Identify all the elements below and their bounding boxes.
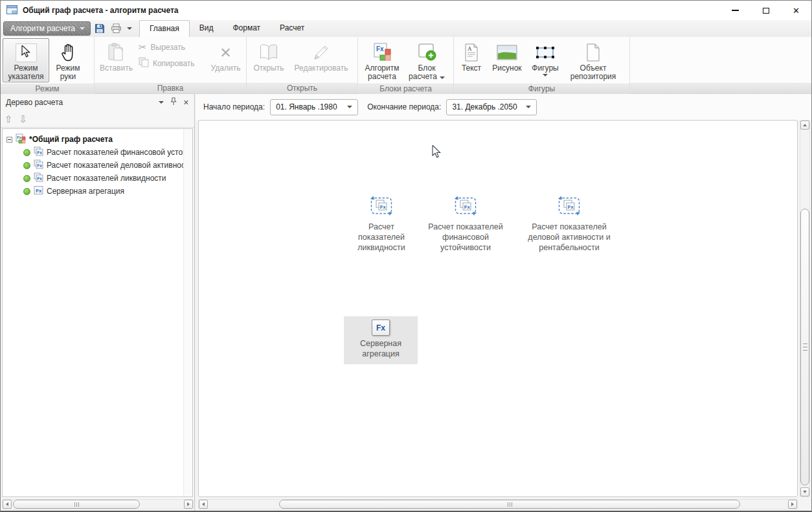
main-area: Дерево расчета ✕ ⇧ ⇩ F [1, 94, 811, 511]
save-button[interactable] [93, 21, 107, 36]
edit-button[interactable]: Редактировать [289, 38, 354, 74]
scroll-up-button[interactable] [800, 121, 809, 130]
pointer-cursor-icon [16, 43, 37, 62]
node-business-activity[interactable]: Fx Расчет показателей деловой активности… [524, 195, 615, 253]
scroll-right-icon [187, 502, 190, 506]
tree-item[interactable]: Fx Серверная агрегация [6, 185, 192, 198]
pointer-mode-button[interactable]: Режим указателя [3, 38, 49, 82]
calc-block-button[interactable]: Блок расчета [404, 38, 449, 82]
tree-panel-header: Дерево расчета ✕ [1, 94, 194, 111]
title-bar: Общий граф расчета - алгоритм расчета ✕ [1, 1, 811, 20]
scroll-right-icon [791, 502, 794, 506]
period-end-dropdown[interactable]: 31. Декабрь .2050 [446, 99, 537, 115]
calc-block-icon [416, 41, 437, 64]
scroll-right-button[interactable] [184, 500, 193, 509]
print-button[interactable] [109, 21, 123, 36]
svg-text:Fx: Fx [37, 150, 42, 155]
panel-close-icon[interactable]: ✕ [183, 99, 189, 107]
canvas-vertical-scrollbar[interactable] [800, 120, 810, 497]
period-end-value: 31. Декабрь .2050 [452, 102, 517, 111]
hand-mode-button[interactable]: Режим руки [49, 38, 87, 82]
tree-root-label: *Общий граф расчета [29, 135, 113, 144]
node-server-aggregation[interactable]: Fx Серверная агрегация [344, 316, 418, 364]
chevron-down-icon [440, 76, 445, 79]
shapes-icon [535, 41, 556, 64]
text-button[interactable]: A Текст [456, 38, 487, 74]
calc-algorithm-icon: Fx [372, 41, 392, 64]
scroll-thumb[interactable] [800, 209, 809, 485]
calc-block-pages-icon: Fx [34, 159, 43, 171]
open-button[interactable]: Открыть [249, 38, 289, 74]
graph-canvas[interactable]: Fx Расчет показателей ликвидности Fx Рас… [198, 120, 798, 497]
tab-vid[interactable]: Вид [190, 20, 223, 37]
close-button[interactable]: ✕ [781, 1, 811, 20]
picture-icon [497, 41, 517, 64]
pencil-icon [312, 41, 330, 64]
move-up-icon[interactable]: ⇧ [5, 113, 13, 125]
maximize-button[interactable] [750, 1, 781, 20]
scroll-thumb[interactable] [13, 500, 140, 509]
tree-horizontal-scrollbar[interactable] [2, 499, 194, 509]
scroll-left-button[interactable] [199, 500, 208, 509]
node-financial-stability[interactable]: Fx Расчет показателей финансовой устойчи… [424, 195, 507, 253]
app-window: Общий граф расчета - алгоритм расчета ✕ … [0, 0, 812, 512]
calc-block-pages-icon: Fx [34, 172, 43, 184]
tree-panel-title: Дерево расчета [6, 98, 63, 107]
scroll-down-button[interactable] [800, 487, 809, 496]
paste-button[interactable]: Вставить [96, 38, 136, 74]
node-liquidity[interactable]: Fx Расчет показателей ликвидности [350, 195, 412, 253]
scroll-right-button[interactable] [788, 500, 797, 509]
chevron-down-icon [347, 106, 352, 108]
period-start-value: 01. Январь .1980 [276, 102, 337, 111]
delete-x-icon: ✕ [220, 49, 231, 57]
ribbon-group-edit: Вставить ✂ Вырезать Копировать ✕ [95, 37, 247, 93]
tree-root-row[interactable]: Fx *Общий граф расчета [6, 133, 192, 146]
move-down-icon[interactable]: ⇩ [19, 113, 28, 125]
close-icon: ✕ [793, 6, 800, 16]
picture-button[interactable]: Рисунок [487, 38, 527, 74]
node-label: Расчет показателей ликвидности [350, 222, 412, 253]
app-menu-button[interactable]: Алгоритм расчета [3, 21, 91, 36]
tree-content: Fx *Общий граф расчета Fx Расчет показат… [2, 128, 193, 497]
svg-text:Fx: Fx [37, 163, 42, 168]
tree-toolbar: ⇧ ⇩ [1, 111, 194, 128]
scroll-down-icon [803, 491, 807, 493]
chevron-down-icon [80, 27, 85, 30]
pin-icon[interactable] [170, 97, 177, 108]
tree-item[interactable]: Fx Расчет показателей ликвидности [6, 172, 192, 185]
fx-icon: Fx [34, 185, 43, 197]
period-start-dropdown[interactable]: 01. Январь .1980 [270, 99, 358, 115]
quick-access-dropdown-button[interactable] [125, 21, 134, 36]
ribbon-group-open: Открыть Редактировать Открыть [247, 37, 358, 93]
calc-block-cycle-icon: Fx [453, 195, 478, 218]
collapse-icon[interactable] [6, 137, 12, 143]
node-label: Расчет показателей деловой активности и … [524, 222, 615, 253]
cut-button[interactable]: ✂ Вырезать [139, 42, 205, 52]
node-label: Серверная агрегация [344, 338, 418, 359]
panel-menu-icon[interactable] [159, 101, 164, 104]
fx-icon: Fx [372, 320, 390, 336]
window-title: Общий граф расчета - алгоритм расчета [23, 6, 179, 15]
shapes-button[interactable]: Фигуры [527, 38, 563, 78]
scissors-icon: ✂ [139, 42, 147, 52]
scroll-left-icon [202, 502, 205, 506]
canvas-horizontal-scrollbar[interactable] [198, 499, 798, 509]
tab-raschet[interactable]: Расчет [270, 20, 314, 37]
repository-object-button[interactable]: Объект репозитория [563, 38, 623, 82]
copy-button[interactable]: Копировать [139, 57, 205, 70]
delete-button[interactable]: ✕ Удалить [207, 38, 244, 74]
tree-item[interactable]: Fx Расчет показателей финансовой устойчи… [6, 146, 192, 159]
minimize-button[interactable] [720, 1, 750, 20]
ribbon-group-calc-blocks: Fx Алгоритм расчета Блок расчета Блоки р… [358, 37, 454, 93]
tab-format[interactable]: Формат [223, 20, 270, 37]
calc-algorithm-button[interactable]: Fx Алгоритм расчета [360, 38, 404, 82]
group-label-mode: Режим [1, 84, 94, 94]
tree-item[interactable]: Fx Расчет показателей деловой активности… [6, 159, 192, 172]
tree-vertical-scrollbar[interactable] [183, 129, 192, 496]
scroll-left-button[interactable] [3, 500, 12, 509]
status-green-icon [23, 175, 30, 182]
status-green-icon [23, 188, 30, 195]
scroll-thumb[interactable] [279, 500, 740, 509]
tab-glavnaya[interactable]: Главная [139, 20, 190, 37]
print-icon [111, 23, 122, 34]
